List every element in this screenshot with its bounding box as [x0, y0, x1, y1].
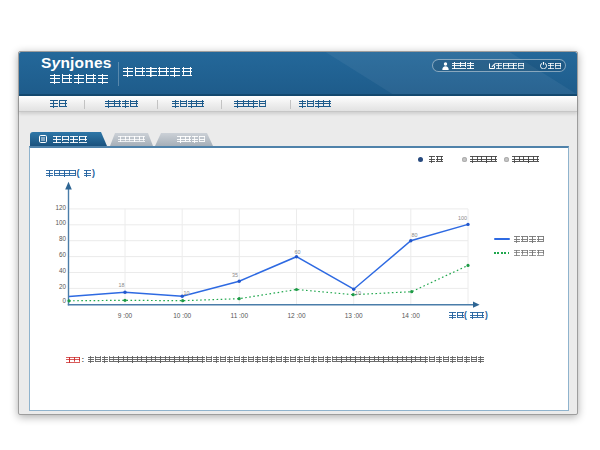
svg-text:10: 10 [184, 290, 190, 296]
svg-text:11 :00: 11 :00 [231, 312, 249, 319]
svg-text:10: 10 [355, 290, 361, 296]
svg-text:60: 60 [59, 251, 67, 258]
svg-text:10 :00: 10 :00 [173, 312, 191, 319]
svg-text:35: 35 [232, 272, 238, 278]
svg-text:14 :00: 14 :00 [402, 312, 420, 319]
svg-text:0: 0 [62, 297, 66, 304]
svg-text:120: 120 [55, 204, 66, 211]
svg-text:80: 80 [59, 235, 67, 242]
svg-text:100: 100 [55, 219, 66, 226]
svg-text:60: 60 [295, 249, 301, 255]
svg-text:9 :00: 9 :00 [118, 312, 133, 319]
svg-text:100: 100 [458, 215, 467, 221]
svg-text:12 :00: 12 :00 [287, 312, 305, 319]
svg-text:40: 40 [59, 267, 67, 274]
svg-text:20: 20 [59, 283, 67, 290]
svg-text:18: 18 [119, 282, 125, 288]
svg-text:80: 80 [412, 232, 418, 238]
svg-text:13 :00: 13 :00 [345, 312, 363, 319]
